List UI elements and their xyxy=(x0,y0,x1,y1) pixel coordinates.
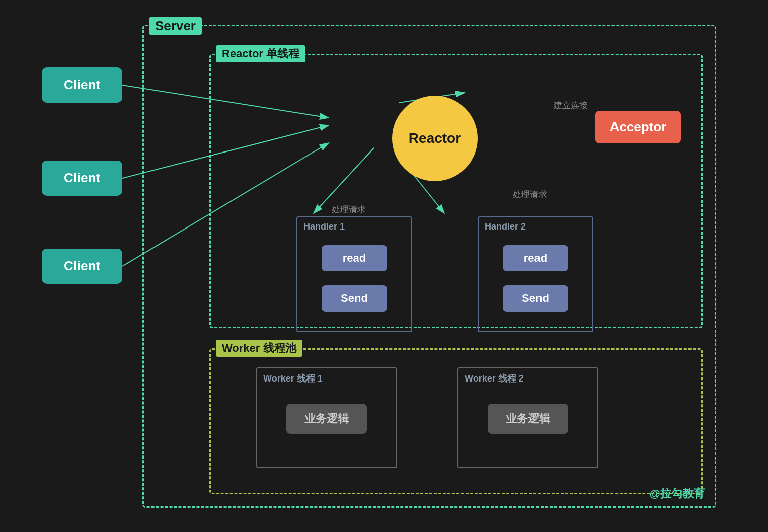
client1-label: Client xyxy=(64,77,100,93)
handler2-send-button[interactable]: Send xyxy=(503,285,568,312)
worker1-box: Worker 线程 1 业务逻辑 xyxy=(256,367,397,468)
handler2-send-label: Send xyxy=(522,292,549,305)
handler1-box: Handler 1 read Send xyxy=(296,216,412,332)
worker2-box: Worker 线程 2 业务逻辑 xyxy=(457,367,598,468)
worker1-business-button[interactable]: 业务逻辑 xyxy=(286,404,367,434)
establish-connection-text: 建立连接 xyxy=(554,100,588,111)
reactor-single-thread-box: Reactor 单线程 Reactor Acceptor 建立连接 处理请求 处… xyxy=(209,54,703,328)
acceptor-label: Acceptor xyxy=(610,119,667,135)
handler2-read-label: read xyxy=(524,252,547,265)
worker-pool-box: Worker 线程池 Worker 线程 1 业务逻辑 Worker 线程 2 … xyxy=(209,348,703,494)
worker2-business-label: 业务逻辑 xyxy=(506,411,550,426)
handler1-read-button[interactable]: read xyxy=(322,245,387,271)
reactor-single-thread-label: Reactor 单线程 xyxy=(216,45,305,62)
server-box: Server Reactor 单线程 Reactor Acceptor 建立连接… xyxy=(142,25,716,508)
handle-request-text2: 处理请求 xyxy=(513,189,547,200)
worker2-business-button[interactable]: 业务逻辑 xyxy=(488,404,568,434)
handler2-read-button[interactable]: read xyxy=(503,245,568,271)
handler1-label: Handler 1 xyxy=(303,221,345,232)
worker1-business-label: 业务逻辑 xyxy=(304,411,349,426)
worker1-label: Worker 线程 1 xyxy=(263,372,323,385)
watermark: @拉勾教育 xyxy=(650,486,705,501)
worker2-label: Worker 线程 2 xyxy=(465,372,524,385)
reactor-circle-label: Reactor xyxy=(409,130,461,146)
client1-box: Client xyxy=(42,67,122,103)
reactor-circle: Reactor xyxy=(392,96,478,181)
client3-label: Client xyxy=(64,258,100,274)
handler1-send-button[interactable]: Send xyxy=(322,285,387,312)
server-label: Server xyxy=(149,17,202,35)
diagram-container: Server Reactor 单线程 Reactor Acceptor 建立连接… xyxy=(32,20,736,513)
handle-request-text1: 处理请求 xyxy=(332,204,366,215)
handler1-read-label: read xyxy=(343,252,366,265)
worker-pool-label: Worker 线程池 xyxy=(216,340,302,357)
handler2-label: Handler 2 xyxy=(485,221,526,232)
client3-box: Client xyxy=(42,249,122,284)
client2-label: Client xyxy=(64,170,100,186)
handler1-send-label: Send xyxy=(341,292,368,305)
client2-box: Client xyxy=(42,161,122,196)
handler2-box: Handler 2 read Send xyxy=(478,216,593,332)
acceptor-box: Acceptor xyxy=(595,111,681,143)
